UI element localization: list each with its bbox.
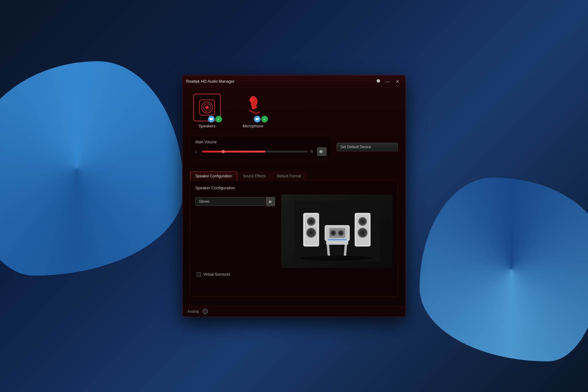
svg-line-7: [250, 111, 256, 114]
speakers-check-badge: ✓: [215, 116, 222, 123]
svg-point-4: [206, 107, 208, 108]
svg-point-27: [332, 232, 334, 234]
background-blob-right: [420, 178, 588, 361]
config-select-row: Stereo Quadraphonic 5.1 Surround 7.1 Sur…: [195, 197, 275, 206]
settings-button[interactable]: [374, 77, 382, 86]
virtual-surround-row: Virtual Surround: [195, 272, 393, 277]
bottom-bar: Analog: [183, 306, 405, 317]
speaker-system-svg: [294, 201, 380, 262]
volume-title: Main Volume: [195, 140, 326, 144]
svg-rect-31: [328, 239, 347, 240]
microphone-badges: ✓: [254, 116, 268, 123]
speakers-badges: ✓: [208, 116, 222, 123]
svg-point-39: [361, 231, 364, 234]
volume-thumb[interactable]: [222, 150, 225, 153]
mic-chat-badge: [254, 116, 261, 123]
speakers-icon-wrap: ✓: [193, 94, 221, 121]
volume-controls: L R: [195, 147, 326, 156]
play-button[interactable]: ▶: [266, 197, 275, 206]
chat-icon: [209, 118, 213, 121]
speakers-device[interactable]: ✓ Speakers: [193, 94, 221, 128]
close-icon: ✕: [396, 79, 399, 84]
speaker-config-content: Stereo Quadraphonic 5.1 Surround 7.1 Sur…: [195, 194, 393, 268]
devices-row: ✓ Speakers: [190, 94, 398, 128]
volume-fill: [202, 151, 265, 153]
svg-point-18: [310, 231, 313, 234]
speaker-icon: [198, 98, 216, 117]
microphone-icon-wrap: ✓: [239, 94, 267, 121]
close-button[interactable]: ✕: [393, 77, 402, 86]
volume-row: Main Volume L R Set Default D: [190, 136, 398, 166]
minimize-icon: —: [386, 79, 390, 84]
microphone-device[interactable]: ✓ Microphone: [239, 94, 267, 128]
tab-sound-effects[interactable]: Sound Effects: [238, 172, 271, 180]
microphone-label: Microphone: [243, 124, 263, 128]
speaker-volume-icon: [319, 149, 324, 154]
app-title: Realtek HD Audio Manager: [186, 79, 235, 84]
tab-default-format[interactable]: Default Format: [272, 172, 306, 180]
vol-left-label: L: [195, 150, 199, 153]
svg-line-8: [256, 112, 259, 114]
svg-point-36: [361, 220, 364, 223]
background-blob-left: [0, 61, 184, 276]
volume-speaker-button[interactable]: [317, 147, 326, 156]
speaker-config-select[interactable]: Stereo Quadraphonic 5.1 Surround 7.1 Sur…: [195, 197, 265, 206]
svg-point-15: [310, 220, 312, 223]
speaker-preview: [281, 194, 393, 268]
title-bar-left: Realtek HD Audio Manager: [186, 79, 235, 84]
speaker-config-left: Stereo Quadraphonic 5.1 Surround 7.1 Sur…: [195, 194, 275, 268]
title-bar-controls: — ✕: [374, 77, 402, 86]
analog-indicator: [202, 309, 208, 314]
vol-right-label: R: [311, 150, 314, 153]
volume-section: Main Volume L R: [190, 136, 332, 160]
mic-check-badge: ✓: [261, 116, 268, 123]
svg-point-30: [340, 232, 342, 234]
analog-label: Analog: [187, 309, 199, 314]
speakers-chat-badge: [208, 116, 215, 123]
set-default-wrap: Set Default Device: [337, 136, 398, 158]
tab-content: Speaker Configuration Stereo Quadraphoni…: [190, 180, 398, 297]
svg-point-40: [300, 256, 374, 261]
content-area: ✓ Speakers: [183, 88, 405, 303]
speakers-label: Speakers: [199, 124, 216, 128]
tabs-row: Speaker Configuration Sound Effects Defa…: [190, 172, 398, 180]
svg-rect-21: [326, 240, 348, 245]
tab-speaker-configuration[interactable]: Speaker Configuration: [190, 172, 237, 180]
minimize-button[interactable]: —: [383, 77, 392, 86]
app-window: Realtek HD Audio Manager — ✕: [182, 75, 406, 317]
chat-icon-mic: [255, 118, 259, 121]
virtual-surround-label: Virtual Surround: [203, 272, 230, 277]
gear-icon: [375, 79, 380, 84]
volume-slider[interactable]: [202, 151, 307, 153]
virtual-surround-checkbox[interactable]: [197, 272, 201, 277]
tab-section-title: Speaker Configuration: [195, 186, 393, 190]
set-default-button[interactable]: Set Default Device: [337, 143, 398, 151]
play-icon: ▶: [269, 199, 272, 204]
title-bar: Realtek HD Audio Manager — ✕: [183, 75, 405, 88]
